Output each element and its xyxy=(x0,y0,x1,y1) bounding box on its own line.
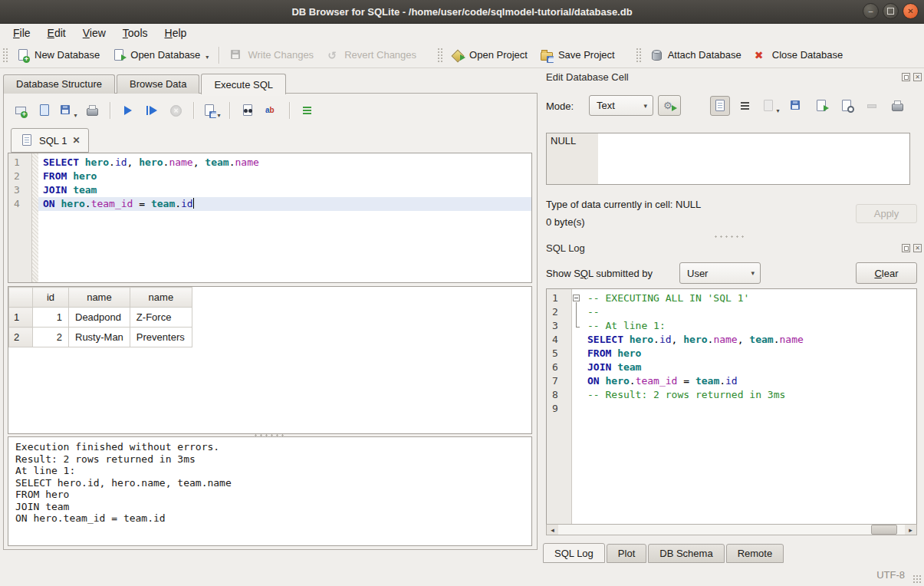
menu-edit[interactable]: Edit xyxy=(39,25,74,41)
menu-file[interactable]: File xyxy=(5,25,39,41)
close-tab-icon[interactable]: ✕ xyxy=(72,135,80,146)
code-line[interactable]: JOIN team xyxy=(38,183,531,197)
toolbar-grip[interactable] xyxy=(2,47,8,64)
close-panel-icon[interactable]: ✕ xyxy=(913,73,922,81)
clear-log-button[interactable]: Clear xyxy=(856,262,917,284)
scrollbar-track[interactable] xyxy=(558,525,905,535)
export-data-button[interactable] xyxy=(811,96,831,116)
open-sql-file-button[interactable] xyxy=(35,100,54,120)
scrollbar-thumb[interactable] xyxy=(871,525,897,535)
table-cell[interactable]: 2 xyxy=(33,328,69,347)
code-line[interactable]: ON hero.team_id = team.id xyxy=(38,197,531,211)
minimize-icon[interactable]: – xyxy=(863,3,879,19)
revert-changes-button[interactable]: ↺Revert Changes xyxy=(320,44,423,66)
open-file-in-cell-button[interactable]: ▾ xyxy=(761,96,781,116)
text-document-mode-button[interactable] xyxy=(710,96,730,116)
close-database-button[interactable]: ✖Close Database xyxy=(748,44,850,66)
dropdown-caret-icon[interactable]: ▾ xyxy=(217,112,220,120)
horizontal-scrollbar[interactable]: ◂ ▸ xyxy=(546,524,917,535)
find-replace-button[interactable]: ab xyxy=(261,100,281,120)
sql-code-area[interactable]: SELECT hero.id, hero.name, team.nameFROM… xyxy=(38,153,531,282)
open-project-button[interactable]: Open Project xyxy=(445,44,534,66)
dock-tab-db-schema[interactable]: DB Schema xyxy=(648,544,724,563)
word-wrap-button[interactable] xyxy=(735,96,755,116)
sql-document-tab[interactable]: SQL 1✕ xyxy=(11,128,89,153)
sql-log-view[interactable]: 123456789-- EXECUTING ALL IN 'SQL 1'----… xyxy=(546,288,917,535)
dock-tab-sql-log[interactable]: SQL Log xyxy=(543,543,605,563)
table-row[interactable]: 11DeadpondZ-Force xyxy=(9,308,192,328)
write-changes-button[interactable]: Write Changes xyxy=(223,44,320,66)
corner-header[interactable] xyxy=(9,288,33,308)
scroll-left-icon[interactable]: ◂ xyxy=(547,525,558,535)
find-button[interactable] xyxy=(238,100,258,120)
save-project-button[interactable]: Save Project xyxy=(534,44,621,66)
menu-help[interactable]: Help xyxy=(156,25,196,41)
sql-editor[interactable]: 1234SELECT hero.id, hero.name, team.name… xyxy=(8,153,532,283)
sql-log-filter-select[interactable]: User▾ xyxy=(679,262,761,284)
edit-cell-panel-title: Edit Database Cell xyxy=(546,71,629,83)
row-header[interactable]: 1 xyxy=(9,308,33,328)
row-header[interactable]: 2 xyxy=(9,328,33,347)
open-database-button[interactable]: Open Database▾ xyxy=(106,44,215,66)
apply-button[interactable]: Apply xyxy=(856,204,917,223)
save-results-button[interactable]: ▾ xyxy=(202,100,222,120)
print-button[interactable] xyxy=(82,100,102,120)
close-panel-icon[interactable]: ✕ xyxy=(913,244,922,252)
new-database-button[interactable]: +New Database xyxy=(10,44,106,66)
set-as-link-button[interactable] xyxy=(837,96,857,116)
execute-current-line-button[interactable] xyxy=(142,100,162,120)
cell-value-editor[interactable]: NULL xyxy=(546,133,910,185)
remove-cell-data-button[interactable] xyxy=(862,96,882,116)
dropdown-caret-icon[interactable]: ▾ xyxy=(74,112,77,120)
column-header-name[interactable]: name xyxy=(69,288,130,308)
table-cell[interactable]: 1 xyxy=(33,308,69,328)
table-cell[interactable]: Z-Force xyxy=(130,308,192,328)
toolbar-grip[interactable] xyxy=(436,47,442,64)
save-sql-file-button[interactable]: ▾ xyxy=(58,100,78,120)
format-sql-button[interactable] xyxy=(298,100,317,120)
tab-database-structure[interactable]: Database Structure xyxy=(3,74,115,94)
scroll-right-icon[interactable]: ▸ xyxy=(905,525,916,535)
fold-mark xyxy=(572,402,583,416)
log-text-area[interactable]: -- EXECUTING ALL IN 'SQL 1'---- At line … xyxy=(583,289,916,535)
column-header-name[interactable]: name xyxy=(130,288,192,308)
tab-execute-sql[interactable]: Execute SQL xyxy=(201,74,286,94)
dropdown-caret-icon[interactable]: ▾ xyxy=(776,107,779,116)
dropdown-caret-icon[interactable]: ▾ xyxy=(206,54,209,62)
import-data-button[interactable] xyxy=(786,96,806,116)
splitter-handle[interactable] xyxy=(253,433,284,437)
table-cell[interactable]: Deadpond xyxy=(69,308,130,328)
maximize-icon[interactable] xyxy=(883,3,899,19)
encoding-label: UTF-8 xyxy=(876,569,905,581)
resize-grip[interactable] xyxy=(912,574,922,584)
auto-apply-button[interactable]: ⚙ xyxy=(658,95,681,116)
dock-tab-plot[interactable]: Plot xyxy=(607,544,646,563)
new-sql-tab-button[interactable]: + xyxy=(11,100,31,120)
table-cell[interactable]: Rusty-Man xyxy=(69,328,130,347)
mode-select[interactable]: Text▾ xyxy=(589,95,653,116)
fold-collapse-icon[interactable] xyxy=(572,291,583,305)
cell-text-area[interactable] xyxy=(598,133,909,184)
main-toolbar: +New DatabaseOpen Database▾Write Changes… xyxy=(0,42,924,68)
toolbar-grip[interactable] xyxy=(635,47,641,64)
menu-view[interactable]: View xyxy=(74,25,114,41)
stop-execution-button[interactable]: ✕ xyxy=(166,100,186,120)
code-line[interactable]: SELECT hero.id, hero.name, team.name xyxy=(38,156,531,170)
code-line[interactable]: FROM hero xyxy=(38,170,531,183)
dock-tab-remote[interactable]: Remote xyxy=(726,544,784,563)
attach-database-button[interactable]: Attach Database xyxy=(643,44,748,66)
execute-all-button[interactable] xyxy=(118,100,138,120)
splitter-handle[interactable] xyxy=(713,235,744,239)
close-icon[interactable]: ✕ xyxy=(903,3,919,19)
fold-mark xyxy=(572,305,583,319)
table-cell[interactable]: Preventers xyxy=(130,328,192,347)
tab-browse-data[interactable]: Browse Data xyxy=(117,74,199,94)
titlebar[interactable]: DB Browser for SQLite - /home/user/code/… xyxy=(0,0,924,24)
float-panel-icon[interactable] xyxy=(902,73,910,81)
menu-tools[interactable]: Tools xyxy=(114,25,156,41)
print-cell-button[interactable] xyxy=(887,96,907,116)
table-row[interactable]: 22Rusty-ManPreventers xyxy=(9,328,192,347)
float-panel-icon[interactable] xyxy=(902,244,910,252)
column-header-id[interactable]: id xyxy=(33,288,69,308)
log-line: -- Result: 2 rows returned in 3ms xyxy=(583,388,916,402)
